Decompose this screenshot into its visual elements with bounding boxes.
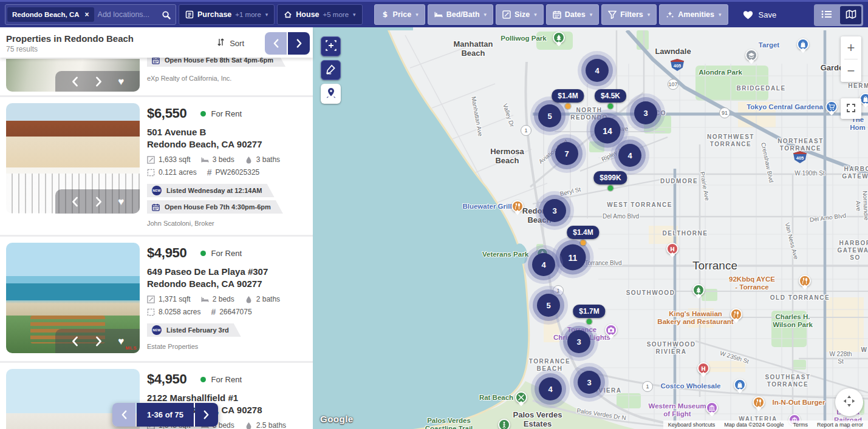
photo-prev-button[interactable]: [71, 336, 79, 346]
fork-poi-icon[interactable]: [511, 200, 524, 212]
listing-photo[interactable]: ♥: [6, 103, 140, 214]
listing-badges: Open House Feb 8th Sat 4pm-6pm: [147, 58, 307, 67]
photo-next-button[interactable]: [95, 336, 103, 346]
listing-photo[interactable]: ♥ MLS: [6, 243, 140, 353]
cluster-marker[interactable]: 5: [538, 104, 561, 127]
cart-poi-icon[interactable]: [825, 101, 838, 113]
price-marker[interactable]: $899K: [593, 171, 627, 184]
cluster-marker[interactable]: 4: [586, 59, 609, 82]
tools-poi-icon[interactable]: [515, 391, 527, 404]
pagination-next-button[interactable]: [195, 403, 218, 427]
price-marker[interactable]: $4.5K: [595, 89, 626, 103]
park-poi-icon[interactable]: [553, 32, 565, 44]
status-dot: [200, 377, 206, 382]
hospital-poi-icon[interactable]: H: [666, 243, 678, 255]
listing-pin[interactable]: [587, 319, 592, 325]
fullscreen-button[interactable]: [841, 98, 861, 119]
cluster-marker[interactable]: 4: [532, 253, 555, 276]
photo-next-button[interactable]: [95, 76, 103, 87]
pan-control[interactable]: [835, 388, 863, 416]
listing-pin[interactable]: [581, 240, 586, 246]
fork-poi-icon[interactable]: [753, 396, 765, 408]
bag-poi-icon[interactable]: [734, 379, 746, 391]
save-button[interactable]: Save: [743, 10, 777, 19]
location-search[interactable]: Redondo Beach, CA ×: [5, 4, 176, 25]
fork-poi-icon[interactable]: [730, 308, 742, 320]
keyboard-shortcuts-link[interactable]: Keyboard shortcuts: [668, 422, 716, 428]
cluster-marker[interactable]: 3: [634, 101, 657, 124]
zoom-in-button[interactable]: +: [841, 36, 861, 59]
lot-icon: [147, 169, 155, 177]
filter-button-bed-bath[interactable]: Bed/Bath ▾: [428, 4, 493, 25]
zoom-out-button[interactable]: −: [841, 59, 861, 82]
hiker-poi-icon[interactable]: [498, 419, 510, 429]
listing-pin[interactable]: [566, 104, 571, 109]
favorite-icon[interactable]: ♥: [118, 336, 124, 346]
add-locations-input[interactable]: [94, 10, 162, 19]
sort-button[interactable]: Sort: [217, 38, 244, 49]
listing-photo[interactable]: ♥: [6, 59, 140, 92]
heart-icon: [743, 10, 753, 19]
terms-link[interactable]: Terms: [793, 422, 808, 428]
remove-location-icon[interactable]: ×: [85, 11, 89, 18]
listing-pin[interactable]: [608, 104, 613, 109]
lot-icon: [147, 308, 155, 316]
calendar-icon: [553, 10, 561, 19]
photo-next-button[interactable]: [95, 197, 103, 207]
listing-card[interactable]: ♥ MLS $4,950 For Rent 649 Paseo De La Pl…: [0, 235, 313, 361]
sqft-icon: [147, 156, 155, 164]
results-next-button[interactable]: [288, 32, 310, 55]
cluster-marker[interactable]: 3: [567, 330, 590, 353]
poi-label: Charles H. Wilson Park: [773, 313, 813, 329]
draw-button[interactable]: [321, 60, 341, 80]
hospital-poi-icon[interactable]: H: [697, 362, 709, 374]
cluster-marker[interactable]: 3: [543, 199, 566, 222]
listing-badges: NEW Listed February 3rd: [147, 323, 307, 337]
price-marker[interactable]: $1.4M: [552, 89, 584, 103]
price-marker[interactable]: $1.4M: [567, 226, 599, 239]
listing-card[interactable]: ♥ $6,550 For Rent 501 Avenue BRedondo Be…: [0, 95, 313, 235]
search-icon[interactable]: [162, 10, 171, 19]
cluster-marker[interactable]: 7: [555, 142, 578, 165]
price-marker[interactable]: $1.7M: [573, 305, 605, 318]
results-prev-button[interactable]: [265, 32, 287, 55]
favorite-icon[interactable]: ♥: [118, 76, 124, 87]
park-poi-icon[interactable]: [692, 284, 705, 296]
filter-button-dates[interactable]: Dates ▾: [546, 4, 600, 25]
zoom-to-bounds-button[interactable]: [321, 36, 341, 56]
map-view-button[interactable]: [840, 6, 861, 24]
dollar-icon: $: [381, 10, 389, 19]
fork-poi-icon[interactable]: [799, 275, 811, 287]
cluster-marker[interactable]: 4: [618, 144, 641, 167]
photo-prev-button[interactable]: [71, 197, 79, 207]
map-region[interactable]: + − Google Keyboard shortcuts Map data ©…: [313, 27, 868, 429]
location-pin-button[interactable]: [321, 84, 341, 104]
route-shield: 1: [521, 125, 531, 136]
camera-poi-icon[interactable]: [605, 324, 617, 336]
filter-button-house[interactable]: House +5 more ▾: [277, 4, 362, 25]
filter-button-filters[interactable]: Filters ▾: [601, 4, 657, 25]
museum-poi-icon[interactable]: [706, 402, 718, 414]
school-poi-icon[interactable]: [745, 49, 757, 61]
photo-prev-button[interactable]: [71, 76, 79, 87]
filter-button-size[interactable]: Size ▾: [496, 4, 544, 25]
filter-button-amenities[interactable]: Amenities ▾: [659, 4, 728, 25]
report-error-link[interactable]: Report a map error: [817, 422, 863, 428]
listing-pin[interactable]: [608, 186, 613, 191]
pagination-prev-button[interactable]: [112, 403, 135, 427]
listing-badge: Open House Feb 7th 4:30pm-6pm: [147, 200, 283, 214]
cluster-marker[interactable]: 3: [578, 371, 601, 394]
cluster-marker[interactable]: 11: [560, 245, 586, 271]
filter-button-price[interactable]: $ Price ▾: [374, 4, 425, 25]
filter-button-purchase[interactable]: Purchase +1 more ▾: [179, 4, 275, 25]
cluster-marker[interactable]: 5: [537, 294, 560, 317]
list-view-button[interactable]: [816, 6, 837, 24]
bag-poi-icon[interactable]: [797, 38, 809, 50]
location-chip[interactable]: Redondo Beach, CA ×: [7, 7, 94, 22]
listing-card[interactable]: ♥ Open House Feb 8th Sat 4pm-6pm eXp Rea…: [0, 58, 313, 95]
poi-label: Alondra Park: [699, 69, 742, 76]
cluster-marker[interactable]: 4: [539, 377, 562, 400]
pagination-label: 1-36 of 75: [137, 403, 194, 427]
cluster-marker[interactable]: 14: [595, 118, 621, 144]
favorite-icon[interactable]: ♥: [118, 197, 124, 207]
